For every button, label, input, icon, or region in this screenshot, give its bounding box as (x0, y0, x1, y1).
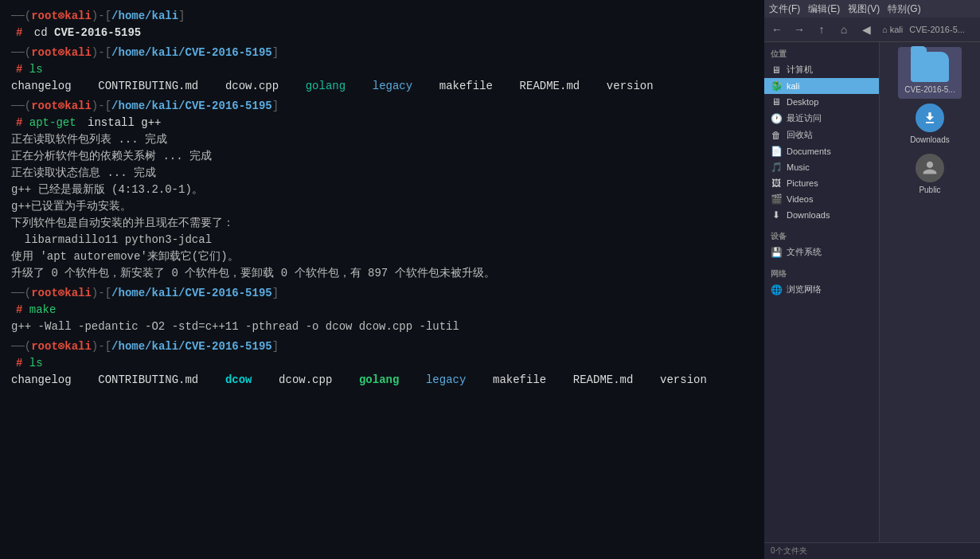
fm-sidebar-desktop-label: Desktop (787, 97, 818, 107)
prompt-path: /home/kali (111, 8, 178, 25)
terminal-pane[interactable]: ──(root⊗kali)-[/home/kali] # cd CVE-2016… (0, 0, 764, 559)
fm-content-area: CVE-2016-5... Downloads Public (880, 42, 980, 542)
terminal-cmd-4: # make (11, 302, 753, 319)
fm-sidebar-filesystem-label: 文件系统 (787, 246, 822, 258)
fm-up-button[interactable]: ↑ (812, 20, 831, 39)
fm-sidebar-recent[interactable]: 🕐 最近访问 (764, 110, 879, 127)
fm-back-button[interactable]: ← (767, 20, 787, 39)
fm-prev-button[interactable]: ◀ (857, 20, 876, 39)
fm-sidebar-videos[interactable]: 🎬 Videos (764, 191, 879, 207)
fm-home-label: ⌂ kali (882, 25, 903, 34)
fm-sidebar-documents-label: Documents (787, 147, 831, 156)
videos-icon: 🎬 (771, 194, 782, 205)
fm-menu-edit[interactable]: 编辑(E) (808, 2, 840, 16)
recent-icon: 🕐 (771, 113, 782, 124)
fm-sidebar-pictures-label: Pictures (787, 178, 818, 188)
apt-output-8: 使用 'apt autoremove'来卸载它(它们)。 (11, 248, 753, 265)
folder-icon (911, 52, 949, 82)
public-folder-icon (916, 154, 944, 182)
apt-output-7: libarmadillo11 python3-jdcal (11, 232, 753, 248)
fm-sidebar-recent-label: 最近访问 (787, 112, 822, 124)
fm-sidebar-network-label: 浏览网络 (787, 283, 822, 295)
fm-sidebar-computer-label: 计算机 (787, 64, 813, 76)
fm-body: 位置 🖥 计算机 🐉 kali 🖥 Desktop 🕐 最近访问 🗑 回收站 (764, 42, 980, 542)
desktop-icon: 🖥 (771, 96, 782, 108)
fm-menu-file[interactable]: 文件(F) (769, 2, 800, 16)
fm-sidebar-kali-label: kali (787, 81, 800, 91)
terminal-line-3: ──(root⊗kali)-[/home/kali/CVE-2016-5195] (11, 98, 753, 115)
fm-menu-view[interactable]: 视图(V) (848, 2, 880, 16)
fm-sidebar: 位置 🖥 计算机 🐉 kali 🖥 Desktop 🕐 最近访问 🗑 回收站 (764, 42, 880, 542)
fm-statusbar: 0个文件夹 (764, 542, 980, 559)
apt-output-9: 升级了 0 个软件包，新安装了 0 个软件包，要卸载 0 个软件包，有 897 … (11, 265, 753, 282)
fm-menu-special[interactable]: 特别(G) (888, 2, 920, 16)
fm-section-location: 位置 (764, 45, 879, 61)
terminal-cmd-3: # apt-get install g++ (11, 115, 753, 131)
documents-icon: 📄 (771, 146, 782, 157)
network-icon: 🌐 (771, 284, 782, 295)
fm-sidebar-downloads-label: Downloads (787, 210, 830, 220)
trash-icon: 🗑 (771, 130, 782, 141)
terminal-cmd-5: # ls (11, 355, 753, 372)
terminal-line-4: ──(root⊗kali)-[/home/kali/CVE-2016-5195] (11, 285, 753, 302)
fm-item-public-label: Public (919, 186, 940, 194)
terminal-line-1: ──(root⊗kali)-[/home/kali] (11, 8, 753, 25)
fm-sidebar-filesystem[interactable]: 💾 文件系统 (764, 244, 879, 260)
terminal-line-5: ──(root⊗kali)-[/home/kali/CVE-2016-5195] (11, 338, 753, 355)
fm-item-downloads[interactable]: Downloads (898, 99, 962, 149)
fm-toolbar: ← → ↑ ⌂ ◀ ⌂ kali CVE-2016-5... (764, 18, 980, 42)
prompt-dash: ──( (11, 8, 31, 25)
fm-item-public[interactable]: Public (898, 149, 962, 199)
fm-item-cve-folder[interactable]: CVE-2016-5... (898, 47, 962, 99)
fm-sidebar-downloads[interactable]: ⬇ Downloads (764, 207, 879, 223)
apt-output-1: 正在读取软件包列表 ... 完成 (11, 131, 753, 148)
fm-forward-button[interactable]: → (790, 20, 809, 39)
fm-section-network: 网络 (764, 265, 879, 281)
fm-home-button[interactable]: ⌂ (834, 20, 853, 39)
apt-output-6: 下列软件包是自动安装的并且现在不需要了： (11, 215, 753, 232)
fm-section-devices: 设备 (764, 228, 879, 244)
prompt-user: root⊗kali (31, 8, 92, 25)
file-manager-pane: 文件(F) 编辑(E) 视图(V) 特别(G) ← → ↑ ⌂ ◀ ⌂ kali… (764, 0, 980, 559)
terminal-line-2: ──(root⊗kali)-[/home/kali/CVE-2016-5195] (11, 45, 753, 61)
fm-status-text: 0个文件夹 (771, 546, 807, 555)
ls-output-2: changelog CONTRIBUTING.md dcow dcow.cpp … (11, 372, 753, 389)
fm-sidebar-videos-label: Videos (787, 194, 813, 204)
fm-sidebar-trash-label: 回收站 (787, 129, 813, 141)
apt-output-4: g++ 已经是最新版 (4:13.2.0-1)。 (11, 182, 753, 198)
filesystem-icon: 💾 (771, 247, 782, 258)
music-icon: 🎵 (771, 162, 782, 173)
make-output: g++ -Wall -pedantic -O2 -std=c++11 -pthr… (11, 319, 753, 335)
fm-menubar: 文件(F) 编辑(E) 视图(V) 特别(G) (764, 0, 980, 18)
fm-item-downloads-label: Downloads (910, 135, 949, 144)
fm-sidebar-trash[interactable]: 🗑 回收站 (764, 127, 879, 143)
fm-sidebar-music[interactable]: 🎵 Music (764, 159, 879, 175)
fm-sidebar-network[interactable]: 🌐 浏览网络 (764, 281, 879, 298)
fm-sidebar-music-label: Music (787, 162, 810, 172)
fm-item-cve-label: CVE-2016-5... (904, 85, 955, 94)
fm-sidebar-pictures[interactable]: 🖼 Pictures (764, 175, 879, 191)
computer-icon: 🖥 (771, 64, 782, 76)
fm-sidebar-documents[interactable]: 📄 Documents (764, 143, 879, 159)
pictures-icon: 🖼 (771, 178, 782, 189)
terminal-cmd-2: # ls (11, 61, 753, 78)
fm-path-display: CVE-2016-5... (909, 25, 965, 34)
fm-sidebar-kali[interactable]: 🐉 kali (764, 78, 879, 94)
downloads-icon: ⬇ (771, 209, 782, 221)
ls-output-1: changelog CONTRIBUTING.md dcow.cpp golan… (11, 78, 753, 95)
terminal-cmd-1: # cd CVE-2016-5195 (11, 25, 753, 41)
kali-icon: 🐉 (771, 80, 782, 92)
apt-output-3: 正在读取状态信息 ... 完成 (11, 165, 753, 182)
apt-output-2: 正在分析软件包的依赖关系树 ... 完成 (11, 148, 753, 165)
apt-output-5: g++已设置为手动安装。 (11, 198, 753, 215)
download-folder-icon (916, 104, 944, 132)
fm-sidebar-computer[interactable]: 🖥 计算机 (764, 61, 879, 78)
fm-sidebar-desktop[interactable]: 🖥 Desktop (764, 94, 879, 110)
